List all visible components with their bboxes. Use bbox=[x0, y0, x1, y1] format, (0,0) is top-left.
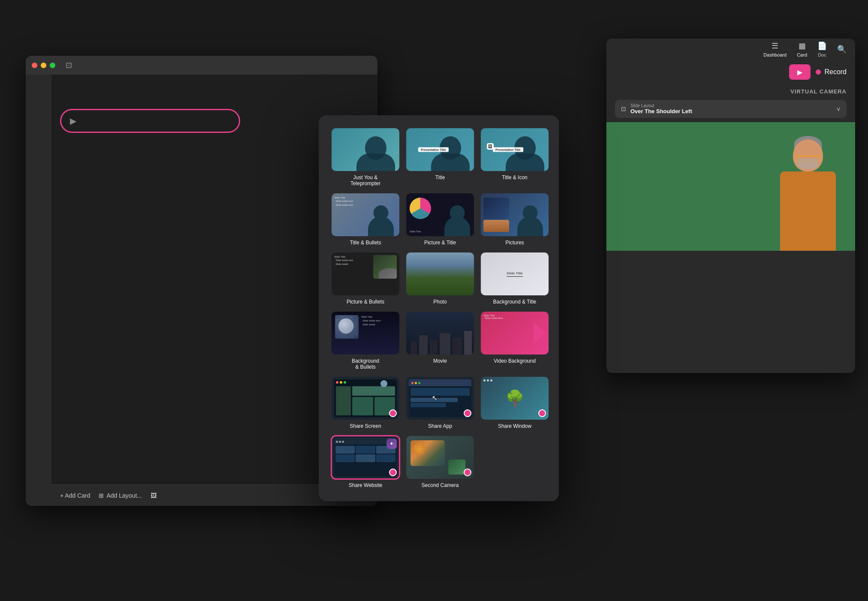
doc-icon: 📄 bbox=[817, 41, 827, 51]
share-row: Share Screen ↖ bbox=[332, 377, 546, 429]
nav-dashboard[interactable]: ☰ Dashboard bbox=[763, 41, 787, 57]
layout-thumb-title-icon: Presentation Title 🖼 bbox=[481, 128, 549, 171]
avatar bbox=[389, 469, 397, 476]
layout-thumb-share-website: ✦ bbox=[332, 436, 399, 479]
avatar bbox=[464, 469, 471, 476]
layout-picture-bullets[interactable]: Slide Title· Slide bullet text· Slide bu… bbox=[332, 252, 399, 305]
dot bbox=[411, 382, 413, 384]
layout-label-pictures: Pictures bbox=[506, 240, 524, 246]
layout-share-window[interactable]: 🌳 Share Window bbox=[481, 377, 549, 429]
search-bar[interactable]: ▶ bbox=[60, 109, 240, 133]
layout-thumb-movie bbox=[406, 312, 474, 355]
grid-cell bbox=[376, 454, 395, 462]
fullscreen-button[interactable] bbox=[50, 63, 55, 68]
share-screen-content bbox=[334, 379, 397, 417]
layout-label-movie: Movie bbox=[433, 358, 447, 364]
layout-label-share-app: Share App bbox=[428, 423, 452, 429]
app-icon-overlay: ✦ bbox=[386, 439, 397, 449]
layout-thumb-second-camera bbox=[406, 436, 474, 479]
record-button[interactable]: Record bbox=[816, 68, 847, 76]
silhouette-body bbox=[444, 216, 470, 236]
layout-label-title-icon: Title & Icon bbox=[502, 174, 527, 180]
layout-label-bg-bullets: Background& Bullets bbox=[352, 358, 379, 370]
dot bbox=[483, 379, 485, 382]
dot bbox=[487, 379, 489, 382]
nav-card[interactable]: ▦ Card bbox=[797, 41, 807, 57]
layout-share-screen[interactable]: Share Screen bbox=[332, 377, 399, 429]
add-layout-button[interactable]: ⊞ Add Layout... bbox=[99, 492, 142, 499]
layout-thumb-title-bullets: Slide Title· Slide bullet text· Slide bu… bbox=[332, 193, 399, 236]
dot bbox=[342, 441, 344, 443]
layout-label-bg-title: Background & Title bbox=[493, 299, 536, 305]
add-card-button[interactable]: + Add Card bbox=[60, 492, 90, 499]
layout-video-background[interactable]: Slide Title· Slide bullet item Video Bac… bbox=[481, 312, 549, 370]
play-icon: ▶ bbox=[70, 116, 76, 126]
content-area bbox=[336, 386, 395, 415]
tree-icon: 🌳 bbox=[505, 389, 524, 407]
layout-background-bullets[interactable]: Slide Title· Slide bullet item· Slide bu… bbox=[332, 312, 399, 370]
card-icon: ▦ bbox=[799, 41, 806, 51]
layout-title-icon[interactable]: Presentation Title 🖼 Title & Icon bbox=[481, 128, 549, 186]
layout-label-video-background: Video Background bbox=[494, 358, 536, 364]
minimize-button[interactable] bbox=[41, 63, 46, 68]
slide-title-vb: Slide Title· Slide bullet item bbox=[483, 314, 503, 319]
layout-pictures[interactable]: Pictures bbox=[481, 193, 549, 246]
pie-chart bbox=[410, 198, 431, 219]
helmet-shape bbox=[378, 268, 397, 279]
main-blocks bbox=[352, 386, 395, 415]
person-body bbox=[780, 171, 836, 251]
layout-thumb-background-title: Slide Title bbox=[481, 252, 549, 295]
layout-title[interactable]: Presentation Title Title bbox=[406, 128, 474, 186]
layout-second-camera[interactable]: Second Camera bbox=[406, 436, 474, 488]
layout-thumb-background-bullets: Slide Title· Slide bullet item· Slide bu… bbox=[332, 312, 399, 355]
record-dot bbox=[816, 69, 821, 75]
space-globe bbox=[338, 319, 353, 334]
slide-layout-selector[interactable]: ⊡ Slide Layout Over The Shoulder Left ∨ bbox=[615, 100, 847, 118]
layout-thumb-share-app: ↖ bbox=[406, 377, 474, 420]
dots-row bbox=[483, 379, 492, 382]
layout-thumb-picture-title: Slide Title bbox=[406, 193, 474, 236]
layout-thumb-title: Presentation Title bbox=[406, 128, 474, 171]
dot-red bbox=[336, 381, 338, 384]
nav-doc[interactable]: 📄 Doc bbox=[817, 41, 827, 57]
person-beard bbox=[797, 159, 819, 169]
art-circle bbox=[413, 442, 425, 455]
dashboard-icon: ☰ bbox=[772, 41, 778, 51]
grid-cell bbox=[356, 446, 375, 454]
layout-picture-title[interactable]: Slide Title Picture & Title bbox=[406, 193, 474, 246]
add-image-button[interactable]: 🖼 bbox=[151, 492, 157, 499]
layout-thumb-photo bbox=[406, 252, 474, 295]
layout-share-app[interactable]: ↖ Share App bbox=[406, 377, 474, 429]
layout-share-website[interactable]: ✦ Share Website bbox=[332, 436, 399, 488]
layout-title-bullets[interactable]: Slide Title· Slide bullet text· Slide bu… bbox=[332, 193, 399, 246]
layout-just-you-teleprompter[interactable]: Just You &Teleprompter bbox=[332, 128, 399, 186]
camera-person-container bbox=[693, 122, 855, 251]
chevron-down-icon: ∨ bbox=[836, 105, 841, 112]
slide-title-text: Slide Title bbox=[506, 271, 523, 277]
space-image bbox=[335, 315, 359, 339]
dot bbox=[336, 441, 338, 443]
silhouette-body bbox=[517, 216, 543, 236]
layout-thumb-share-screen bbox=[332, 377, 399, 420]
bg-title-center: Slide Title bbox=[481, 252, 549, 295]
layout-thumb-pictures bbox=[481, 193, 549, 236]
layout-photo[interactable]: Photo bbox=[406, 252, 474, 305]
right-toolbar: ▶ Record bbox=[606, 60, 855, 84]
search-icon[interactable]: 🔍 bbox=[837, 45, 847, 54]
close-button[interactable] bbox=[32, 63, 37, 68]
dot bbox=[415, 382, 417, 384]
silhouette bbox=[501, 135, 549, 171]
bullets-text: Slide Title· Slide bullet item· Slide bu… bbox=[361, 315, 396, 327]
camera-person bbox=[761, 139, 855, 251]
layout-background-title[interactable]: Slide Title Background & Title bbox=[481, 252, 549, 305]
record-label: Record bbox=[824, 68, 847, 76]
camera-preview bbox=[606, 122, 855, 251]
layout-thumb-video-background: Slide Title· Slide bullet item bbox=[481, 312, 549, 355]
sidebar-toggle-icon[interactable]: ⊡ bbox=[66, 60, 72, 70]
avatar bbox=[464, 409, 471, 417]
bottom-row: ✦ Share Website Second Camera bbox=[332, 436, 546, 488]
cursor-icon: ↖ bbox=[432, 394, 437, 402]
silhouette-body bbox=[506, 153, 544, 171]
layout-movie[interactable]: Movie bbox=[406, 312, 474, 370]
play-button[interactable]: ▶ bbox=[789, 64, 811, 80]
